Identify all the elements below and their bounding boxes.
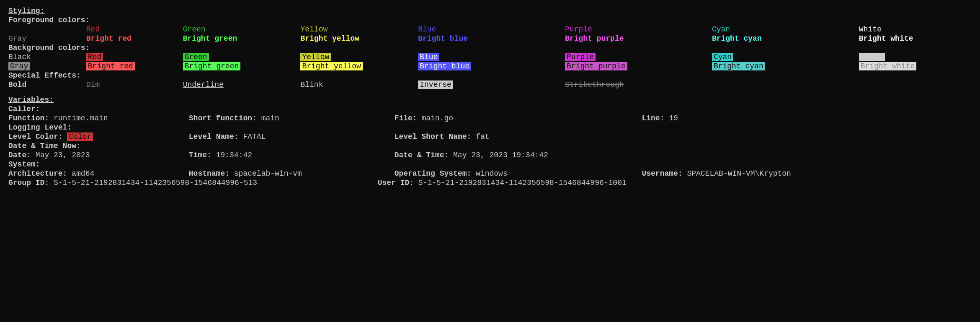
level-name-cell: Level Name: FATAL (189, 132, 390, 141)
effect-bold: Bold (8, 80, 82, 89)
file-label: File: (395, 114, 417, 122)
fg-red: Red (86, 25, 178, 34)
fg-white: White (859, 25, 882, 34)
time-label: Time: (189, 151, 211, 159)
variables-heading: Variables: (8, 96, 972, 104)
os-label: Operating System: (395, 169, 472, 178)
user-id-value: S-1-5-21-2192831434-1142356598-154684499… (418, 179, 627, 187)
bg-bright-red: Bright red (86, 62, 135, 70)
group-id-cell: Group ID: S-1-5-21-2192831434-1142356598… (8, 179, 251, 187)
variables-label: Variables: (8, 96, 54, 104)
bg-green: Green (183, 53, 209, 61)
fg-blue: Blue (418, 25, 560, 34)
logging-label: Logging Level: (8, 123, 72, 132)
os-value: windows (476, 169, 508, 178)
datetime-combined-label: Date & Time: (395, 151, 449, 159)
line-value: 19 (669, 114, 678, 122)
hostname-label: Hostname: (189, 169, 230, 178)
bg-bright-white: Bright white (859, 62, 917, 70)
username-value: SPACELAB-WIN-VM\Krypton (687, 169, 791, 178)
bg-bright-green: Bright green (183, 62, 241, 70)
logging-level-row: Level Color: Color Level Name: FATAL Lev… (8, 132, 972, 141)
fg-bright-white: Bright white (859, 34, 913, 43)
fg-gray: Gray (8, 34, 82, 43)
logging-level-heading: Logging Level: (8, 123, 972, 132)
bg-yellow-cell: Yellow (300, 53, 413, 61)
bg-bright-red-cell: Bright red (86, 62, 178, 70)
bg-bright-blue-cell: Bright blue (418, 62, 560, 70)
styling-heading: Styling: (8, 7, 972, 15)
fg-bright-red: Bright red (86, 34, 178, 43)
bg-red-cell: Red (86, 53, 178, 61)
fg-bright-cyan: Bright cyan (712, 34, 854, 43)
bg-row2: Gray Bright red Bright green Bright yell… (8, 62, 972, 70)
bg-black: Black (8, 53, 31, 61)
effect-inverse: Inverse (418, 80, 453, 89)
bg-bright-cyan: Bright cyan (712, 62, 765, 70)
group-id-value: S-1-5-21-2192831434-1142356598-154684499… (54, 179, 257, 187)
bg-red: Red (86, 53, 103, 61)
fg-green: Green (183, 25, 296, 34)
function-cell: Function: runtime.main (8, 114, 184, 122)
effect-underline: Underline (183, 80, 296, 89)
ids-row: Group ID: S-1-5-21-2192831434-1142356598… (8, 179, 972, 187)
caller-heading: Caller: (8, 105, 972, 113)
line-cell: Line: 19 (642, 114, 678, 122)
bg-white (859, 53, 885, 61)
datetime-label: Date & Time Now: (8, 142, 81, 150)
bg-black-label: Black (8, 53, 82, 61)
level-name-value: FATAL (243, 132, 266, 141)
bg-bright-yellow-cell: Bright yellow (300, 62, 413, 70)
user-id-cell: User ID: S-1-5-21-2192831434-1142356598-… (378, 179, 627, 187)
fg-cyan: Cyan (712, 25, 854, 34)
effect-blink: Blink (300, 80, 413, 89)
function-value: runtime.main (54, 114, 108, 122)
os-cell: Operating System: windows (395, 169, 637, 178)
bg-bright-green-cell: Bright green (183, 62, 296, 70)
level-name-label: Level Name: (189, 132, 239, 141)
bg-gray-cell: Gray (8, 62, 82, 70)
date-value: May 23, 2023 (36, 151, 90, 159)
time-cell: Time: 19:34:42 (189, 151, 390, 159)
bg-bright-cyan-cell: Bright cyan (712, 62, 854, 70)
bg-row1: Black Red Green Yellow Blue Purple Cyan (8, 53, 972, 61)
system-row: Architecture: amd64 Hostname: spacelab-w… (8, 169, 972, 178)
line-label: Line: (642, 114, 664, 122)
level-color-value: Color (67, 132, 93, 141)
background-label: Background colors: (8, 44, 90, 52)
bg-cyan: Cyan (712, 53, 733, 61)
short-function-cell: Short function: main (189, 114, 390, 122)
system-heading: System: (8, 160, 972, 169)
background-colors-heading: Background colors: (8, 44, 972, 52)
foreground-colors-heading: Foreground colors: (8, 16, 972, 24)
level-short-value: fat (476, 132, 489, 141)
bg-cyan-cell: Cyan (712, 53, 854, 61)
arch-cell: Architecture: amd64 (8, 169, 184, 178)
bg-white-cell (859, 53, 885, 61)
bg-bright-purple-cell: Bright purple (565, 62, 707, 70)
group-id-label: Group ID: (8, 179, 49, 187)
bg-green-cell: Green (183, 53, 296, 61)
time-value: 19:34:42 (216, 151, 252, 159)
fg-row1: Red Green Yellow Blue Purple Cyan White (8, 25, 972, 34)
level-short-label: Level Short Name: (395, 132, 472, 141)
short-function-label: Short function: (189, 114, 257, 122)
short-function-value: main (261, 114, 279, 122)
caller-label: Caller: (8, 105, 40, 113)
datetime-heading: Date & Time Now: (8, 142, 972, 150)
date-cell: Date: May 23, 2023 (8, 151, 184, 159)
special-effects-heading: Special Effects: (8, 71, 972, 80)
fg-purple: Purple (565, 25, 707, 34)
effect-inverse-cell: Inverse (418, 80, 560, 89)
level-short-cell: Level Short Name: fat (395, 132, 490, 141)
bg-yellow: Yellow (300, 53, 331, 61)
username-cell: Username: SPACELAB-WIN-VM\Krypton (642, 169, 791, 178)
fg-yellow: Yellow (300, 25, 413, 34)
fg-bright-yellow: Bright yellow (300, 34, 413, 43)
fg-bright-blue: Bright blue (418, 34, 560, 43)
bg-gray: Gray (8, 62, 30, 70)
level-color-cell: Level Color: Color (8, 132, 184, 141)
foreground-label: Foreground colors: (8, 16, 90, 24)
datetime-row: Date: May 23, 2023 Time: 19:34:42 Date &… (8, 151, 972, 159)
styling-label: Styling: (8, 7, 44, 15)
